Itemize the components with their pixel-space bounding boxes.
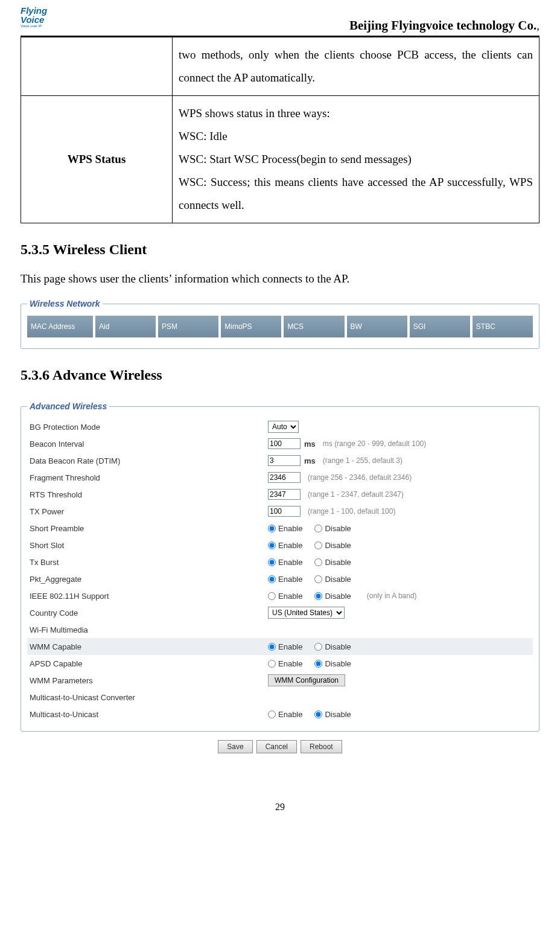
cancel-button[interactable]: Cancel xyxy=(256,740,297,753)
row-rts-threshold: RTS Threshold (range 1 - 2347, default 2… xyxy=(27,486,533,503)
row-apsd-capable: APSD Capable Enable Disable xyxy=(27,655,533,672)
label-dtim: Data Beacon Rate (DTIM) xyxy=(30,456,268,465)
beacon-interval-input[interactable] xyxy=(268,438,301,449)
pkt-agg-disable-radio[interactable] xyxy=(314,575,322,583)
disable-label: Disable xyxy=(325,541,351,550)
enable-label: Enable xyxy=(278,642,302,651)
wireless-network-panel: Wireless Network MAC Address Aid PSM Mim… xyxy=(21,299,539,349)
label-ieee: IEEE 802.11H Support xyxy=(30,592,268,601)
bg-protection-select[interactable]: Auto xyxy=(268,421,299,433)
rts-threshold-input[interactable] xyxy=(268,489,301,500)
label-frag: Fragment Threshold xyxy=(30,473,268,482)
col-aid: Aid xyxy=(95,316,156,337)
short-slot-enable-radio[interactable] xyxy=(268,541,276,549)
dtim-hint: (range 1 - 255, default 3) xyxy=(323,456,402,465)
wmm-configuration-button[interactable]: WMM Configuration xyxy=(268,674,345,686)
row-tx-power: TX Power (range 1 - 100, default 100) xyxy=(27,503,533,520)
reboot-button[interactable]: Reboot xyxy=(301,740,342,753)
col-bw: BW xyxy=(347,316,407,337)
disable-label: Disable xyxy=(325,659,351,668)
label-short-slot: Short Slot xyxy=(30,541,268,550)
col-sgi: SGI xyxy=(410,316,470,337)
label-wmm-capable: WMM Capable xyxy=(30,642,268,651)
country-code-select[interactable]: US (United States) xyxy=(268,607,345,619)
col-stbc: STBC xyxy=(472,316,533,337)
ieee-hint: (only in A band) xyxy=(367,592,417,600)
logo: Flying Voice Voice over IP xyxy=(21,6,57,33)
wps-table: two methods, only when the clients choos… xyxy=(21,37,539,223)
section-535-intro: This page shows user the clients’ inform… xyxy=(21,270,539,288)
apsd-disable-radio[interactable] xyxy=(314,660,322,668)
rts-hint: (range 1 - 2347, default 2347) xyxy=(308,490,404,499)
ieee-disable-radio[interactable] xyxy=(314,592,322,600)
short-preamble-disable-radio[interactable] xyxy=(314,525,322,532)
beacon-hint-bold: ms xyxy=(304,439,316,449)
advanced-wireless-panel: Advanced Wireless BG Protection Mode Aut… xyxy=(21,401,539,732)
wps-status-label: WPS Status xyxy=(21,96,173,223)
company-suffix: , xyxy=(536,19,539,32)
company-name: Beijing Flyingvoice technology Co., xyxy=(349,18,539,33)
short-slot-disable-radio[interactable] xyxy=(314,541,322,549)
row-m2u: Multicast-to-Unicast Enable Disable xyxy=(27,706,533,723)
label-tx-burst: Tx Burst xyxy=(30,558,268,567)
logo-text-bottom: Voice xyxy=(21,15,57,24)
row-m2u-converter: Multicast-to-Unicast Converter xyxy=(27,689,533,706)
dtim-input[interactable] xyxy=(268,455,301,466)
logo-text-top: Flying xyxy=(21,6,57,15)
row-ieee-80211h: IEEE 802.11H Support Enable Disable (onl… xyxy=(27,587,533,604)
wps-line2: WSC: Idle xyxy=(179,130,228,142)
row-dtim: Data Beacon Rate (DTIM) ms (range 1 - 25… xyxy=(27,452,533,469)
wps-status-desc: WPS shows status in three ways: WSC: Idl… xyxy=(173,96,539,223)
tx-burst-enable-radio[interactable] xyxy=(268,558,276,566)
tx-hint: (range 1 - 100, default 100) xyxy=(308,507,395,516)
row-fragment-threshold: Fragment Threshold (range 256 - 2346, de… xyxy=(27,469,533,486)
label-short-preamble: Short Preamble xyxy=(30,524,268,533)
short-preamble-enable-radio[interactable] xyxy=(268,525,276,532)
label-rts: RTS Threshold xyxy=(30,490,268,499)
ieee-enable-radio[interactable] xyxy=(268,592,276,600)
pkt-agg-enable-radio[interactable] xyxy=(268,575,276,583)
wps-line1: WPS shows status in three ways: xyxy=(179,107,330,120)
section-536-heading: 5.3.6 Advance Wireless xyxy=(21,367,539,383)
disable-label: Disable xyxy=(325,710,351,719)
m2u-disable-radio[interactable] xyxy=(314,710,322,718)
wps-line4: WSC: Success; this means clients have ac… xyxy=(179,176,533,211)
label-pkt-aggregate: Pkt_Aggregate xyxy=(30,575,268,584)
table-row: two methods, only when the clients choos… xyxy=(21,37,539,96)
label-bg-protection: BG Protection Mode xyxy=(30,423,268,432)
row-short-slot: Short Slot Enable Disable xyxy=(27,537,533,554)
row-bg-protection: BG Protection Mode Auto xyxy=(27,418,533,435)
frag-hint: (range 256 - 2346, default 2346) xyxy=(308,473,412,482)
col-mcs: MCS xyxy=(284,316,344,337)
row-short-preamble: Short Preamble Enable Disable xyxy=(27,520,533,537)
advanced-wireless-legend: Advanced Wireless xyxy=(27,401,109,411)
row-beacon-interval: Beacon Interval ms ms (range 20 - 999, d… xyxy=(27,435,533,452)
tx-power-input[interactable] xyxy=(268,506,301,517)
label-m2u: Multicast-to-Unicast xyxy=(30,710,268,719)
table-row: WPS Status WPS shows status in three way… xyxy=(21,96,539,223)
wireless-network-header-row: MAC Address Aid PSM MimoPS MCS BW SGI ST… xyxy=(27,316,533,337)
action-button-row: Save Cancel Reboot xyxy=(21,740,539,753)
fragment-threshold-input[interactable] xyxy=(268,472,301,483)
enable-label: Enable xyxy=(278,592,302,601)
m2u-enable-radio[interactable] xyxy=(268,710,276,718)
tx-burst-disable-radio[interactable] xyxy=(314,558,322,566)
col-mac: MAC Address xyxy=(27,316,93,337)
label-wifi-mm: Wi-Fi Multimedia xyxy=(30,625,268,634)
wmm-capable-disable-radio[interactable] xyxy=(314,643,322,651)
col-psm: PSM xyxy=(158,316,218,337)
wmm-capable-enable-radio[interactable] xyxy=(268,643,276,651)
enable-label: Enable xyxy=(278,659,302,668)
dtim-hint-bold: ms xyxy=(304,456,316,465)
apsd-enable-radio[interactable] xyxy=(268,660,276,668)
enable-label: Enable xyxy=(278,710,302,719)
row-wmm-parameters: WMM Parameters WMM Configuration xyxy=(27,672,533,689)
row-tx-burst: Tx Burst Enable Disable xyxy=(27,554,533,570)
enable-label: Enable xyxy=(278,524,302,533)
enable-label: Enable xyxy=(278,575,302,584)
row-wifi-multimedia: Wi-Fi Multimedia xyxy=(27,621,533,638)
disable-label: Disable xyxy=(325,575,351,584)
disable-label: Disable xyxy=(325,558,351,567)
wps-line3: WSC: Start WSC Process(begin to send mes… xyxy=(179,153,412,165)
save-button[interactable]: Save xyxy=(218,740,252,753)
